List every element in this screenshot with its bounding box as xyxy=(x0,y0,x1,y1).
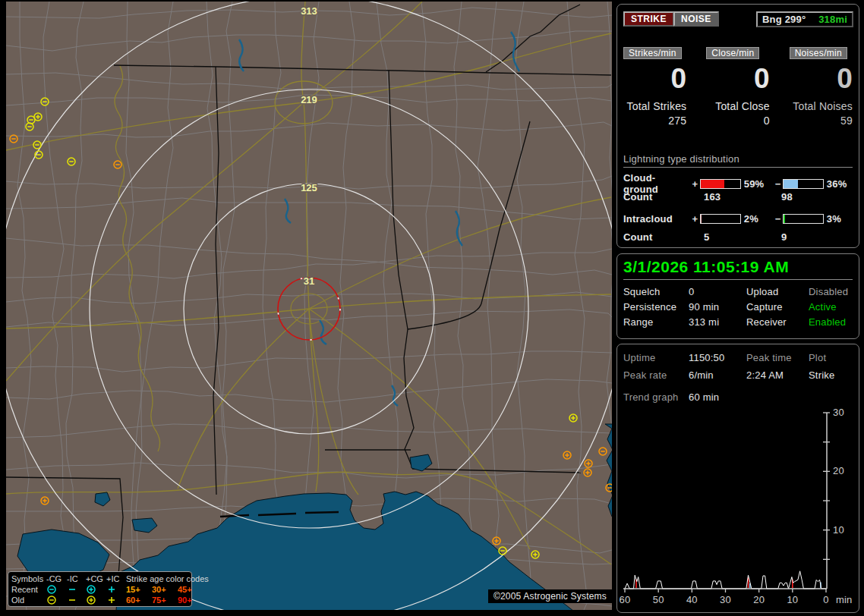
upload-value: Disabled xyxy=(809,286,853,297)
ic-minus-bar xyxy=(783,214,824,224)
close-per-min-value: 0 xyxy=(706,64,769,93)
plot-label: Plot xyxy=(809,352,853,363)
status-row: Squelch 0 Upload Disabled xyxy=(623,286,853,297)
x-tick-label: 50 xyxy=(653,594,664,605)
cg-plus-bar xyxy=(700,179,741,189)
ring-distance-label: 313 xyxy=(301,5,317,17)
total-close-value: 0 xyxy=(706,115,769,127)
ic-minus-count: 9 xyxy=(781,231,787,243)
status-panel: 3/1/2026 11:05:19 AM Squelch 0 Upload Di… xyxy=(616,253,859,339)
peak-time-label: Peak time xyxy=(746,352,809,363)
circle-minus-icon xyxy=(46,584,67,595)
intracloud-row: Intracloud + 2% − 3% xyxy=(623,213,856,225)
age-code-75: 75+ xyxy=(152,596,178,605)
receiver-value: Enabled xyxy=(809,316,853,328)
legend-nic-label: -IC xyxy=(67,574,86,583)
peak-rate-value: 6/min xyxy=(689,369,746,381)
total-strikes-label: Total Strikes xyxy=(623,100,686,112)
plus-sign: + xyxy=(690,178,700,190)
bearing-value: Bng 299° xyxy=(762,14,806,25)
squelch-label: Squelch xyxy=(623,286,689,297)
rate-values-row: 0 0 0 xyxy=(623,64,853,93)
totals-labels-row: Total Strikes Total Close Total Noises xyxy=(623,100,853,112)
age-code-30: 30+ xyxy=(152,585,178,594)
x-tick-label: 0 xyxy=(823,594,828,605)
plot-mode-value[interactable]: Strike xyxy=(809,369,853,381)
trend-panel: Uptime 1150:50 Peak time Plot Peak rate … xyxy=(616,344,859,613)
range-label: Range xyxy=(623,316,689,328)
close-per-min-button[interactable]: Close/min xyxy=(706,47,759,59)
plus-icon xyxy=(106,595,126,605)
x-tick-label: 20 xyxy=(753,594,765,605)
x-tick-label: 60 xyxy=(620,594,631,605)
receiver-label: Receiver xyxy=(746,316,809,328)
age-code-90: 90+ xyxy=(178,596,200,605)
capture-value: Active xyxy=(809,301,853,313)
legend-old-label: Old xyxy=(11,596,46,605)
legend-header-row: Symbols -CG -IC +CG +IC Strike age color… xyxy=(11,574,188,584)
info-row: Uptime 1150:50 Peak time Plot xyxy=(623,352,853,363)
cloud-ground-count-row: Count 163 98 xyxy=(623,191,793,203)
totals-values-row: 275 0 59 xyxy=(623,115,853,127)
datetime-display: 3/1/2026 11:05:19 AM xyxy=(623,258,853,280)
circle-plus-icon xyxy=(86,584,106,595)
noises-per-min-button[interactable]: Noises/min xyxy=(790,47,847,59)
minus-sign: − xyxy=(773,178,783,190)
x-tick-label: 30 xyxy=(720,594,731,605)
map-legend: Symbols -CG -IC +CG +IC Strike age color… xyxy=(8,571,192,607)
total-strikes-value: 275 xyxy=(623,115,686,127)
legend-age-codes-label: Strike age color codes xyxy=(126,574,200,583)
peak-time-value: 2:24 AM xyxy=(746,369,809,381)
strike-trend-chart: 1020306050403020100min xyxy=(617,404,859,610)
cg-minus-percent: 36% xyxy=(827,178,856,190)
y-tick-label: 20 xyxy=(833,465,844,476)
rate-buttons-row: Strikes/min Close/min Noises/min xyxy=(623,47,853,59)
bearing-distance: 318mi xyxy=(818,14,847,25)
trend-graph-row: Trend graph 60 min xyxy=(623,391,853,403)
cg-minus-count: 98 xyxy=(781,191,793,203)
cg-plus-percent: 59% xyxy=(744,178,773,190)
trend-graph-label: Trend graph xyxy=(623,391,689,403)
y-tick-label: 30 xyxy=(833,407,844,418)
plus-icon xyxy=(106,584,126,595)
ring-distance-label: 125 xyxy=(301,182,317,193)
status-row: Persistence 90 min Capture Active xyxy=(623,301,853,313)
legend-recent-row: Recent 15+ 30+ 45+ xyxy=(11,584,188,595)
minus-icon xyxy=(67,595,86,605)
trend-line xyxy=(625,571,826,589)
age-code-60: 60+ xyxy=(126,596,152,605)
stats-panel: STRIKE NOISE Bng 299° 318mi Strikes/min … xyxy=(616,4,859,248)
range-value: 313 mi xyxy=(689,316,746,328)
squelch-value: 0 xyxy=(689,286,746,297)
count-label: Count xyxy=(623,191,704,203)
uptime-value: 1150:50 xyxy=(689,352,746,363)
count-label: Count xyxy=(623,231,704,243)
plus-sign: + xyxy=(690,213,700,225)
legend-ncg-label: -CG xyxy=(46,574,67,583)
ic-plus-count: 5 xyxy=(704,231,781,243)
info-row: Peak rate 6/min 2:24 AM Strike xyxy=(623,369,853,381)
strikes-per-min-value: 0 xyxy=(623,64,686,93)
total-noises-label: Total Noises xyxy=(790,100,853,112)
noise-mode-button[interactable]: NOISE xyxy=(673,11,719,27)
strike-mode-button[interactable]: STRIKE xyxy=(623,11,674,27)
legend-symbols-label: Symbols xyxy=(11,574,46,583)
legend-pic-label: +IC xyxy=(106,574,126,583)
ring-distance-label: 219 xyxy=(301,94,317,105)
cg-minus-bar xyxy=(783,179,824,189)
legend-old-row: Old 60+ 75+ 90+ xyxy=(11,595,188,605)
distribution-title: Lightning type distribution xyxy=(623,153,853,168)
minus-sign: − xyxy=(773,213,783,225)
strikes-per-min-button[interactable]: Strikes/min xyxy=(623,47,682,59)
copyright-text: ©2005 Astrogenic Systems xyxy=(488,589,612,603)
circle-plus-icon xyxy=(86,595,106,605)
ring-distance-label: 31 xyxy=(304,275,314,287)
map-panel: 31321912531 ©2005 Astrogenic Systems Sym… xyxy=(6,2,612,610)
total-close-label: Total Close xyxy=(706,100,769,112)
x-axis-unit: min xyxy=(836,594,853,605)
lightning-map[interactable]: 31321912531 xyxy=(6,2,612,610)
trend-graph-window: 60 min xyxy=(689,391,746,403)
legend-pcg-label: +CG xyxy=(86,574,106,583)
ic-minus-percent: 3% xyxy=(827,213,856,225)
cg-plus-count: 163 xyxy=(704,191,781,203)
